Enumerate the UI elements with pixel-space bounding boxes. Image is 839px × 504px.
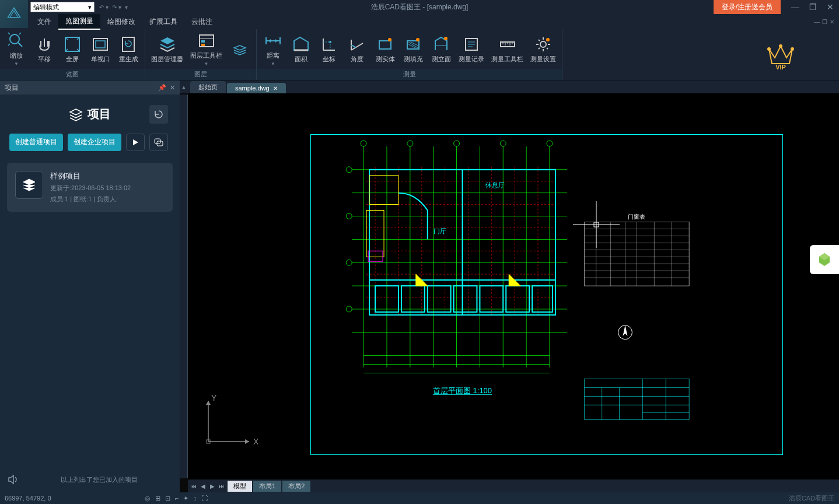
menu-extend-tools[interactable]: 扩展工具 <box>142 15 184 29</box>
svg-text:休息厅: 休息厅 <box>485 181 505 188</box>
panel-close-icon[interactable]: ✕ <box>170 84 175 92</box>
project-layers-icon <box>15 171 43 199</box>
vertical-ruler[interactable] <box>180 94 188 478</box>
create-normal-project-button[interactable]: 创建普通项目 <box>9 134 63 151</box>
app-logo-icon[interactable] <box>0 0 28 28</box>
child-close-icon[interactable]: ✕ <box>830 19 834 25</box>
ribbon-settings-button[interactable]: 测量设置 <box>527 30 560 68</box>
svg-text:VIP: VIP <box>775 64 786 69</box>
ribbon-pan-button[interactable]: 平移 <box>30 30 58 68</box>
ribbon-fullscreen-button[interactable]: 全屏 <box>58 30 86 68</box>
distance-icon <box>264 32 282 50</box>
vip-badge-icon[interactable]: VIP <box>722 29 839 80</box>
record-icon <box>462 35 481 54</box>
tab-close-icon[interactable]: ✕ <box>273 85 278 92</box>
menu-file[interactable]: 文件 <box>30 15 58 29</box>
more-icon[interactable]: ▾ <box>125 4 128 10</box>
minimize-icon[interactable]: ― <box>786 0 804 14</box>
status-osnap-icon[interactable]: ↕ <box>193 495 197 502</box>
ribbon-area-button[interactable]: 面积 <box>287 30 315 68</box>
area-icon <box>292 35 310 54</box>
ucs-icon: X Y <box>200 392 258 450</box>
drawing-canvas[interactable]: 休息厅 门厅 首层平面图 1:100 门窗表 <box>188 93 839 480</box>
child-minimize-icon[interactable]: ― <box>814 19 820 25</box>
chevron-down-icon: ▼ <box>14 61 19 66</box>
ribbon-angle-button[interactable]: 角度 <box>343 30 371 68</box>
tab-start[interactable]: 起始页 <box>190 81 226 93</box>
close-icon[interactable]: ✕ <box>821 0 839 14</box>
menu-draw-modify[interactable]: 绘图修改 <box>100 15 142 29</box>
status-brand: 浩辰CAD看图王 <box>789 494 834 503</box>
svg-point-67 <box>346 214 352 219</box>
tab-file[interactable]: sample.dwg✕ <box>227 83 286 93</box>
status-ortho-icon[interactable]: ⌐ <box>175 495 179 502</box>
app-widget-icon <box>816 251 833 268</box>
layout-tab-model[interactable]: 模型 <box>228 481 252 492</box>
layerstack-icon <box>230 40 249 58</box>
ribbon-layertool-button[interactable]: 图层工具栏▼ <box>187 30 226 68</box>
side-widget-button[interactable] <box>810 245 839 274</box>
layout-tab-layout1[interactable]: 布局1 <box>253 481 281 492</box>
chevron-down-icon: ▼ <box>271 61 275 66</box>
redo-icon[interactable]: ↷ ▾ <box>112 4 121 10</box>
create-enterprise-project-button[interactable]: 创建企业项目 <box>68 134 121 151</box>
panel-title: 项目 <box>88 106 111 122</box>
ribbon-item-label: 面积 <box>295 55 307 64</box>
ribbon-fill-button[interactable]: 测填充 <box>399 30 427 68</box>
ribbon-item-label: 图层管理器 <box>151 55 183 64</box>
mode-select-value: 编辑模式 <box>33 3 59 12</box>
svg-rect-95 <box>506 286 529 312</box>
undo-icon[interactable]: ↶ ▾ <box>99 4 109 10</box>
status-polar-icon[interactable]: ✦ <box>183 495 188 502</box>
ribbon-measuretool-button[interactable]: 测量工具栏 <box>488 30 527 68</box>
play-icon <box>131 138 139 146</box>
child-restore-icon[interactable]: ❐ <box>822 19 827 25</box>
ribbon-distance-button[interactable]: 距离▼ <box>259 30 287 68</box>
ribbon-item-label: 角度 <box>351 55 363 64</box>
menu-cloud-annotate[interactable]: 云批注 <box>184 15 219 29</box>
layout-next-icon[interactable]: ▶ <box>208 483 217 489</box>
svg-rect-11 <box>201 44 205 46</box>
layers-icon <box>158 35 177 54</box>
ribbon-zoom-button[interactable]: 缩放▼ <box>2 30 30 68</box>
layout-first-icon[interactable]: ⏮ <box>189 483 198 489</box>
dropdown-icon: ▾ <box>88 4 92 11</box>
panel-pin-icon[interactable]: 📌 <box>158 84 166 92</box>
maximize-icon[interactable]: ❐ <box>804 0 821 14</box>
chat-button[interactable] <box>149 134 168 151</box>
coords-display: 66997, 54792, 0 <box>5 495 145 502</box>
layout-prev-icon[interactable]: ◀ <box>198 483 208 489</box>
svg-point-21 <box>388 38 391 41</box>
sound-icon[interactable] <box>7 474 19 485</box>
ribbon-item-label: 测实体 <box>376 55 395 64</box>
svg-point-2 <box>10 34 19 44</box>
status-extent-icon[interactable]: ⛶ <box>201 495 208 502</box>
login-button[interactable]: 登录/注册送会员 <box>714 0 781 14</box>
ribbon-viewport-button[interactable]: 单视口 <box>86 30 114 68</box>
ribbon-item-label: 测填充 <box>404 55 423 64</box>
svg-text:门厅: 门厅 <box>434 228 446 235</box>
play-button[interactable] <box>126 134 145 151</box>
ribbon-entity-button[interactable]: 测实体 <box>371 30 399 68</box>
layout-tab-layout2[interactable]: 布局2 <box>282 481 310 492</box>
ribbon-layers-button[interactable]: 图层管理器 <box>148 30 187 68</box>
ribbon-elevation-button[interactable]: 测立面 <box>427 30 455 68</box>
ribbon-regen-button[interactable]: 重生成 <box>114 30 142 68</box>
refresh-button[interactable] <box>149 105 168 124</box>
status-target-icon[interactable]: ◎ <box>145 495 151 502</box>
mode-select[interactable]: 编辑模式 ▾ <box>30 2 95 12</box>
ribbon-coord-button[interactable]: 坐标 <box>315 30 343 68</box>
ribbon-layerstack-button[interactable] <box>226 30 254 68</box>
svg-point-36 <box>540 41 546 47</box>
project-card[interactable]: 样例项目 更新于:2023-06-05 18:13:02 成员:1 | 图纸:1… <box>7 163 173 212</box>
status-grid-icon[interactable]: ⊞ <box>155 495 160 502</box>
project-meta: 成员:1 | 图纸:1 | 负责人: <box>50 195 165 204</box>
ribbon-record-button[interactable]: 测量记录 <box>455 30 488 68</box>
menu-view-measure[interactable]: 览图测量 <box>58 14 100 30</box>
regen-icon <box>119 35 138 54</box>
status-snap-icon[interactable]: ⊡ <box>165 495 170 502</box>
chat-icon <box>154 138 163 146</box>
svg-point-65 <box>547 141 553 146</box>
layout-last-icon[interactable]: ⏭ <box>217 483 226 489</box>
panel-header-title: 项目 <box>5 83 158 93</box>
